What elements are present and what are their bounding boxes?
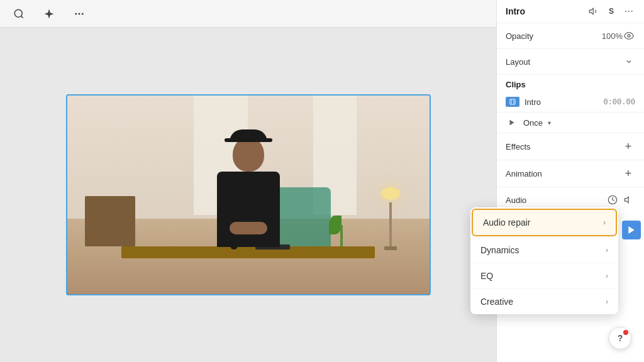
- s-label: S: [605, 5, 618, 18]
- once-text: Once: [523, 118, 543, 128]
- opacity-row: Opacity 100%: [497, 23, 644, 49]
- play-once-row: Once ▾: [497, 112, 644, 133]
- sparkle-icon[interactable]: [40, 5, 58, 23]
- audio-label: Audio: [506, 195, 602, 205]
- svg-marker-5: [589, 8, 593, 14]
- dynamics-item[interactable]: Dynamics ›: [470, 238, 618, 263]
- lamp-pole: [389, 202, 392, 246]
- scene-person: [204, 137, 292, 250]
- creative-label: Creative: [480, 297, 606, 307]
- clip-time: 0:00.00: [603, 97, 635, 106]
- svg-marker-13: [510, 120, 514, 126]
- once-chevron-icon[interactable]: ▾: [548, 119, 551, 126]
- opacity-value[interactable]: 100%: [602, 31, 623, 41]
- effects-row: Effects +: [497, 133, 644, 160]
- help-notification-dot: [623, 330, 628, 335]
- clips-header: Clips: [497, 75, 644, 92]
- audio-speaker-icon[interactable]: [623, 194, 635, 206]
- ai-cursor-button[interactable]: [622, 221, 641, 239]
- help-label: ?: [618, 333, 623, 343]
- clip-name: Intro: [525, 97, 598, 107]
- audio-repair-chevron-icon: ›: [603, 218, 606, 227]
- dynamics-label: Dynamics: [480, 245, 606, 255]
- scene-plant: [334, 212, 350, 250]
- audio-repair-label: Audio repair: [483, 217, 603, 228]
- audio-timer-icon[interactable]: [606, 194, 619, 206]
- clips-label: Clips: [506, 80, 526, 89]
- svg-point-3: [79, 13, 80, 14]
- canvas-area: [0, 28, 496, 362]
- svg-rect-10: [510, 99, 515, 104]
- audio-dropdown-menu: Audio repair › Dynamics › EQ › Creative …: [470, 207, 618, 314]
- layout-chevron-icon: [623, 55, 635, 68]
- svg-point-6: [625, 11, 626, 12]
- svg-point-2: [75, 13, 77, 14]
- svg-point-0: [14, 9, 22, 17]
- audio-icon[interactable]: [587, 5, 600, 18]
- creative-chevron-icon: ›: [606, 297, 608, 306]
- intro-label: Intro: [506, 6, 582, 16]
- lamp-base: [384, 246, 397, 250]
- scene-shelf: [85, 196, 135, 246]
- play-button[interactable]: [506, 116, 518, 129]
- video-scene: [67, 96, 430, 294]
- layout-row[interactable]: Layout: [497, 49, 644, 75]
- effects-label: Effects: [506, 142, 621, 151]
- search-icon[interactable]: [10, 5, 28, 23]
- layout-label: Layout: [506, 57, 623, 67]
- clip-thumbnail: [506, 97, 519, 107]
- person-hands: [230, 222, 267, 234]
- eq-chevron-icon: ›: [606, 272, 608, 280]
- svg-point-8: [631, 11, 633, 12]
- animation-label: Animation: [506, 169, 621, 178]
- help-button[interactable]: ?: [609, 327, 631, 349]
- scene-lamp: [381, 187, 400, 250]
- svg-point-7: [628, 11, 630, 12]
- plant-leaf: [329, 216, 341, 234]
- svg-marker-15: [625, 197, 628, 202]
- creative-item[interactable]: Creative ›: [470, 289, 618, 314]
- intro-row: Intro S: [497, 0, 644, 23]
- more-options-icon[interactable]: [623, 5, 635, 18]
- person-cap: [230, 129, 267, 142]
- left-panel: [0, 0, 496, 362]
- clip-row: Intro 0:00.00: [497, 92, 644, 112]
- opacity-label: Opacity: [506, 31, 602, 41]
- eq-item[interactable]: EQ ›: [470, 263, 618, 289]
- animation-row: Animation +: [497, 160, 644, 187]
- more-icon[interactable]: [70, 5, 88, 23]
- eq-label: EQ: [480, 271, 606, 281]
- dynamics-chevron-icon: ›: [606, 246, 608, 255]
- person-head: [233, 137, 264, 172]
- video-preview: [66, 94, 431, 295]
- audio-repair-item[interactable]: Audio repair ›: [472, 209, 617, 236]
- add-animation-button[interactable]: +: [621, 167, 635, 180]
- svg-point-4: [82, 13, 84, 14]
- lamp-shade: [381, 187, 400, 200]
- visibility-icon[interactable]: [623, 30, 635, 42]
- svg-point-9: [628, 35, 630, 37]
- person-body: [217, 172, 280, 247]
- add-effects-button[interactable]: +: [621, 140, 635, 153]
- svg-line-1: [21, 16, 23, 18]
- top-toolbar: [0, 0, 496, 28]
